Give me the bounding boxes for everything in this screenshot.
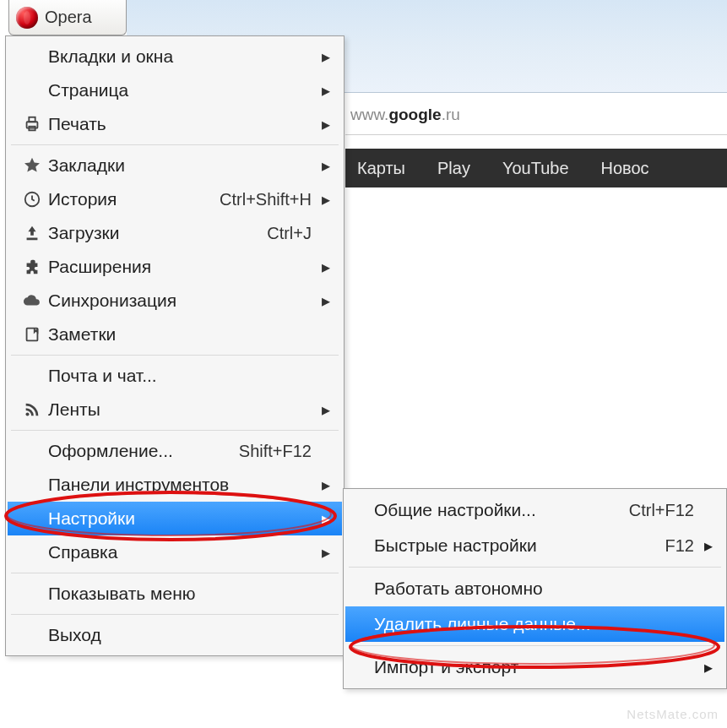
submenu-arrow-icon: ▸ xyxy=(318,189,330,209)
clock-icon xyxy=(16,190,48,209)
opera-main-menu: Вкладки и окна ▸ Страница ▸ Печать ▸ Зак… xyxy=(5,35,345,656)
submenu-arrow-icon: ▸ xyxy=(318,542,330,562)
menu-item-appearance[interactable]: Оформление... Shift+F12 xyxy=(8,434,342,468)
menu-item-downloads[interactable]: Загрузки Ctrl+J xyxy=(8,216,342,250)
menu-label: Выход xyxy=(48,625,318,645)
submenu-arrow-icon: ▸ xyxy=(318,46,330,67)
menu-item-notes[interactable]: Заметки xyxy=(8,318,342,351)
print-icon xyxy=(16,115,48,133)
menu-item-page[interactable]: Страница ▸ xyxy=(8,73,342,107)
submenu-item-quick-settings[interactable]: Быстрые настройки F12 ▸ xyxy=(345,528,724,563)
menu-item-feeds[interactable]: Ленты ▸ xyxy=(8,393,342,426)
menu-label: Ленты xyxy=(48,399,318,420)
opera-menu-button[interactable]: Opera xyxy=(8,0,127,35)
address-bar[interactable]: www. google .ru xyxy=(345,95,727,135)
opera-button-label: Opera xyxy=(45,8,92,27)
submenu-arrow-icon: ▸ xyxy=(701,657,713,677)
menu-item-history[interactable]: История Ctrl+Shift+H ▸ xyxy=(8,182,342,216)
submenu-item-work-offline[interactable]: Работать автономно xyxy=(345,571,724,606)
submenu-arrow-icon: ▸ xyxy=(318,114,330,134)
submenu-shortcut: Ctrl+F12 xyxy=(629,501,694,520)
svg-point-5 xyxy=(25,412,29,416)
svg-rect-1 xyxy=(29,117,35,122)
note-icon xyxy=(16,325,48,344)
menu-item-toolbars[interactable]: Панели инструментов ▸ xyxy=(8,468,342,502)
submenu-label: Удалить личные данные... xyxy=(374,614,701,634)
menu-label: История xyxy=(48,189,220,209)
submenu-arrow-icon: ▸ xyxy=(318,399,330,420)
submenu-arrow-icon: ▸ xyxy=(318,257,330,277)
menu-label: Справка xyxy=(48,542,318,562)
address-domain: google xyxy=(388,106,441,124)
rss-icon xyxy=(16,400,48,419)
submenu-label: Быстрые настройки xyxy=(374,535,665,556)
submenu-label: Работать автономно xyxy=(374,579,701,599)
nav-link-news[interactable]: Новос xyxy=(601,159,649,178)
menu-label: Панели инструментов xyxy=(48,475,318,495)
menu-label: Вкладки и окна xyxy=(48,46,318,67)
submenu-arrow-icon: ▸ xyxy=(318,475,330,495)
opera-logo-icon xyxy=(16,7,38,29)
download-icon xyxy=(16,224,48,242)
menu-separator xyxy=(11,430,339,431)
menu-label: Показывать меню xyxy=(48,584,318,604)
menu-item-bookmarks[interactable]: Закладки ▸ xyxy=(8,149,342,182)
menu-label: Синхронизация xyxy=(48,291,318,311)
submenu-separator xyxy=(349,567,721,568)
menu-item-show-menu[interactable]: Показывать меню xyxy=(8,577,342,611)
submenu-separator xyxy=(349,645,721,646)
menu-label: Почта и чат... xyxy=(48,366,318,386)
watermark: NetsMate.com xyxy=(627,707,719,721)
menu-label: Страница xyxy=(48,80,318,101)
menu-separator xyxy=(11,355,339,356)
submenu-item-delete-private-data[interactable]: Удалить личные данные... xyxy=(345,606,724,642)
menu-label: Оформление... xyxy=(48,441,239,461)
puzzle-icon xyxy=(16,258,48,276)
menu-label: Заметки xyxy=(48,324,318,345)
cloud-icon xyxy=(16,291,48,310)
nav-link-youtube[interactable]: YouTube xyxy=(502,159,569,178)
submenu-arrow-icon: ▸ xyxy=(318,80,330,101)
submenu-item-general-settings[interactable]: Общие настройки... Ctrl+F12 xyxy=(345,492,724,528)
menu-item-mail-chat[interactable]: Почта и чат... xyxy=(8,359,342,393)
menu-item-tabs-windows[interactable]: Вкладки и окна ▸ xyxy=(8,40,342,73)
submenu-label: Импорт и экспорт xyxy=(374,657,701,677)
nav-link-maps[interactable]: Карты xyxy=(357,159,405,178)
menu-separator xyxy=(11,614,339,615)
menu-label: Расширения xyxy=(48,257,318,277)
menu-label: Закладки xyxy=(48,155,318,176)
menu-label: Настройки xyxy=(48,508,318,529)
menu-label: Загрузки xyxy=(48,223,267,243)
google-navbar: Карты Play YouTube Новос xyxy=(345,149,727,187)
submenu-shortcut: F12 xyxy=(665,536,694,556)
menu-separator xyxy=(11,144,339,145)
submenu-arrow-icon: ▸ xyxy=(318,508,330,529)
menu-item-exit[interactable]: Выход xyxy=(8,618,342,652)
submenu-label: Общие настройки... xyxy=(374,500,629,520)
menu-shortcut: Ctrl+J xyxy=(267,224,312,243)
settings-submenu: Общие настройки... Ctrl+F12 Быстрые наст… xyxy=(343,488,727,689)
menu-separator xyxy=(11,573,339,573)
submenu-arrow-icon: ▸ xyxy=(701,535,713,556)
submenu-item-import-export[interactable]: Импорт и экспорт ▸ xyxy=(345,649,724,685)
menu-item-print[interactable]: Печать ▸ xyxy=(8,107,342,141)
menu-item-settings[interactable]: Настройки ▸ xyxy=(8,502,342,535)
address-suffix: .ru xyxy=(442,106,460,124)
submenu-arrow-icon: ▸ xyxy=(318,155,330,176)
menu-label: Печать xyxy=(48,114,318,134)
menu-shortcut: Ctrl+Shift+H xyxy=(220,190,312,209)
submenu-arrow-icon: ▸ xyxy=(318,291,330,311)
menu-item-sync[interactable]: Синхронизация ▸ xyxy=(8,284,342,318)
menu-shortcut: Shift+F12 xyxy=(239,442,312,461)
nav-link-play[interactable]: Play xyxy=(437,159,470,178)
menu-item-help[interactable]: Справка ▸ xyxy=(8,535,342,569)
menu-item-extensions[interactable]: Расширения ▸ xyxy=(8,250,342,284)
address-prefix: www. xyxy=(350,106,388,124)
star-icon xyxy=(16,156,48,175)
